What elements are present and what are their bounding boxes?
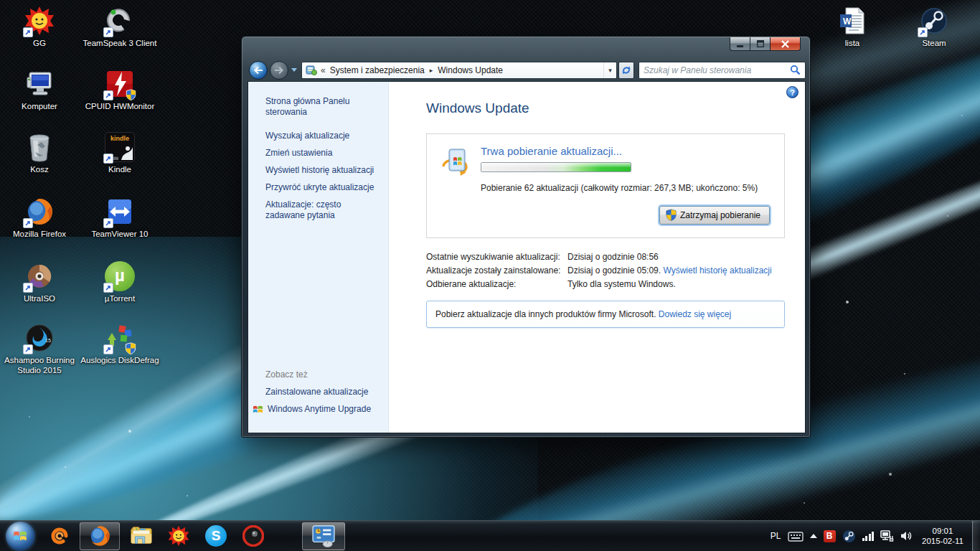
show-desktop-button[interactable]: [972, 521, 980, 551]
breadcrumb-item-system[interactable]: System i zabezpieczenia: [330, 65, 425, 75]
skype-glyph: S: [205, 525, 227, 547]
sidebar-item-restore-hidden[interactable]: Przywróć ukryte aktualizacje: [265, 182, 380, 193]
download-progress-bar: [481, 162, 631, 172]
download-heading: Trwa pobieranie aktualizacji...: [481, 145, 758, 157]
back-button[interactable]: [249, 61, 268, 80]
forward-button[interactable]: [270, 61, 288, 80]
desktop-icon-kosz[interactable]: Kosz: [0, 132, 79, 174]
desktop-icon-label: Auslogics DiskDefrag: [80, 355, 159, 365]
desktop-icon-teamviewer[interactable]: TeamViewer 10: [80, 197, 159, 239]
computer-icon: [24, 69, 55, 99]
shortcut-arrow-icon: [23, 218, 33, 228]
refresh-button[interactable]: [618, 62, 634, 79]
sidebar-item-windows-anytime-upgrade[interactable]: Windows Anytime Upgrade: [253, 404, 381, 415]
windows-update-icon: [439, 145, 472, 178]
desktop-icon-lista[interactable]: W lista: [813, 6, 892, 48]
breadcrumb-item-windows-update[interactable]: Windows Update: [438, 65, 503, 75]
svg-text:15: 15: [45, 338, 51, 343]
desktop-icon-label: Steam: [895, 38, 974, 48]
svg-text:W: W: [843, 17, 852, 27]
desktop-icon-utorrent[interactable]: µ µTorrent: [80, 261, 159, 303]
desktop-icon-cpuid[interactable]: CPUID HWMonitor: [80, 69, 159, 111]
address-dropdown-caret[interactable]: ▾: [603, 62, 616, 78]
show-hidden-icons-button[interactable]: [810, 534, 817, 538]
stop-download-button[interactable]: Zatrzymaj pobieranie: [659, 206, 770, 225]
windows-update-window: « System i zabezpieczenia ▸ Windows Upda…: [241, 36, 811, 438]
firefox-icon: [88, 524, 111, 547]
search-input[interactable]: [644, 65, 790, 75]
sidebar-item-change-settings[interactable]: Zmień ustawienia: [265, 148, 380, 159]
maximize-button[interactable]: [750, 37, 771, 51]
help-icon[interactable]: ?: [786, 86, 798, 98]
desktop-icon-label: Kindle: [80, 164, 159, 174]
start-button[interactable]: [6, 522, 35, 551]
shortcut-arrow-icon: [918, 27, 928, 37]
wallpaper-stars: [0, 0, 1, 1]
desktop-icon-label: Komputer: [0, 101, 79, 111]
system-tray: PL B 09:01 2015-02-11: [771, 526, 968, 546]
close-button[interactable]: [771, 37, 801, 51]
row-value: Dzisiaj o godzinie 08:56: [567, 252, 785, 262]
clock[interactable]: 09:01 2015-02-11: [922, 526, 963, 546]
bitdefender-tray-icon[interactable]: B: [824, 530, 836, 542]
shortcut-arrow-icon: [23, 27, 33, 37]
taskbar-item-orange-swirl-app[interactable]: [41, 522, 78, 551]
minimize-button[interactable]: [730, 37, 750, 51]
progress-fill: [481, 163, 631, 171]
update-info-rows: Ostatnie wyszukiwanie aktualizacji: Dzis…: [426, 252, 785, 289]
row-label: Aktualizacje zostały zainstalowane:: [426, 265, 567, 276]
steam-tray-icon[interactable]: [842, 529, 856, 543]
desktop-icon-steam[interactable]: Steam: [895, 6, 974, 48]
keyboard-icon[interactable]: [788, 531, 804, 542]
sidebar-item-control-panel-home[interactable]: Strona główna Panelu sterowania: [265, 96, 380, 118]
breadcrumb-separator[interactable]: ▸: [430, 67, 433, 74]
desktop-icon-label: UltraISO: [0, 293, 79, 303]
teamspeak-icon: [105, 6, 135, 36]
taskbar-item-firefox[interactable]: [80, 522, 120, 550]
shortcut-arrow-icon: [103, 154, 113, 164]
signal-strength-icon[interactable]: [862, 531, 875, 541]
navigation-toolbar: « System i zabezpieczenia ▸ Windows Upda…: [248, 59, 806, 81]
ultraiso-icon: [24, 261, 55, 291]
download-detail: Pobieranie 62 aktualizacji (całkowity ro…: [481, 183, 758, 193]
sidebar-item-update-history[interactable]: Wyświetl historię aktualizacji: [265, 165, 380, 176]
control-panel-icon: [306, 65, 317, 76]
row-label: Ostatnie wyszukiwanie aktualizacji:: [426, 252, 567, 262]
kindle-wordmark: kindle: [105, 135, 134, 142]
taskbar-item-gg[interactable]: [160, 522, 197, 551]
shortcut-arrow-icon: [23, 283, 33, 293]
desktop-icon-kindle[interactable]: kindle Kindle: [80, 132, 159, 174]
language-indicator[interactable]: PL: [771, 531, 781, 541]
desktop-icon-ashampoo[interactable]: 15 Ashampoo Burning Studio 2015: [0, 323, 79, 375]
desktop-icon-komputer[interactable]: Komputer: [0, 69, 79, 111]
row-value: Dzisiaj o godzinie 05:09. Wyświetl histo…: [567, 265, 785, 276]
recent-pages-caret[interactable]: [291, 68, 297, 72]
sidebar-item-updates-faq[interactable]: Aktualizacje: często zadawane pytania: [265, 199, 380, 221]
sidebar-item-installed-updates[interactable]: Zainstalowane aktualizacje: [265, 387, 381, 397]
taskbar-item-explorer[interactable]: [123, 522, 160, 551]
orange-swirl-app-icon: [49, 525, 70, 547]
windows-flag-icon: [13, 529, 27, 543]
search-box[interactable]: [639, 62, 806, 79]
sidebar-item-check-updates[interactable]: Wyszukaj aktualizacje: [265, 131, 380, 141]
taskbar-item-action-recorder[interactable]: [235, 522, 272, 551]
learn-more-link[interactable]: Dowiedz się więcej: [659, 309, 731, 319]
desktop-icon-ultraiso[interactable]: UltraISO: [0, 261, 79, 303]
taskbar-item-windows-update-window[interactable]: [302, 522, 345, 550]
network-connection-icon[interactable]: [880, 530, 894, 542]
desktop-icon-label: µTorrent: [80, 293, 159, 303]
desktop-icon-firefox[interactable]: Mozilla Firefox: [0, 197, 79, 239]
shortcut-arrow-icon: [103, 218, 113, 228]
desktop-icon-auslogics[interactable]: Auslogics DiskDefrag: [80, 323, 159, 365]
search-icon[interactable]: [790, 65, 801, 75]
gg-icon: [168, 525, 189, 547]
desktop: GG TeamSpeak 3 Client Komputer CPUID HWM…: [0, 0, 980, 551]
view-update-history-link[interactable]: Wyświetl historię aktualizacji: [663, 265, 771, 276]
address-bar[interactable]: « System i zabezpieczenia ▸ Windows Upda…: [301, 62, 617, 79]
volume-icon[interactable]: [900, 530, 913, 542]
taskbar-item-skype[interactable]: S: [197, 522, 235, 551]
desktop-icon-teamspeak[interactable]: TeamSpeak 3 Client: [80, 6, 159, 48]
breadcrumb-overflow-chevron[interactable]: «: [321, 65, 326, 75]
desktop-icon-gg[interactable]: GG: [0, 6, 79, 48]
word-document-icon: W: [837, 6, 867, 36]
